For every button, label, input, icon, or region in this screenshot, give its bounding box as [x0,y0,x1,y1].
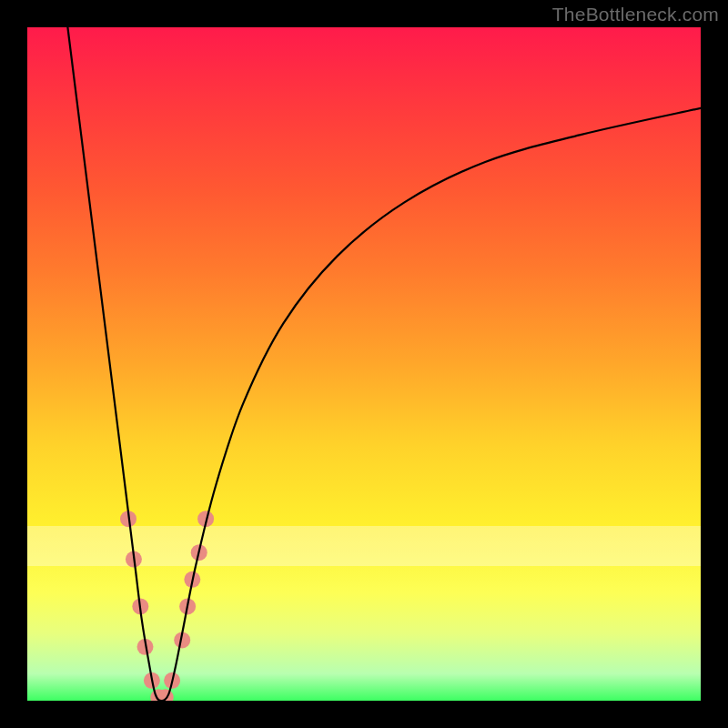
plot-area [27,27,701,701]
marker-group [120,511,214,701]
bottleneck-curve [67,27,701,701]
chart-svg [27,27,701,701]
watermark-text: TheBottleneck.com [552,4,719,25]
chart-frame: TheBottleneck.com [0,0,728,728]
